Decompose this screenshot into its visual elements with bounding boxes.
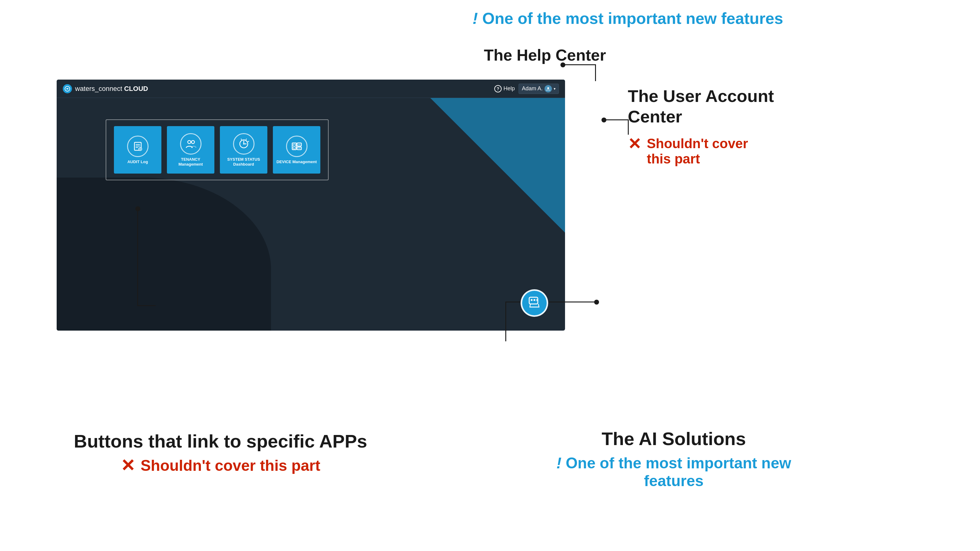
connector-help-h <box>562 64 596 65</box>
help-circle-icon: ? <box>494 85 502 92</box>
bottom-left-annotation: Buttons that link to specific APPs ✕ Sho… <box>67 431 374 475</box>
ai-solutions-label: The AI Solutions <box>536 428 811 449</box>
connector-ai-v <box>505 302 506 341</box>
help-button[interactable]: ? Help <box>494 85 515 92</box>
logo-icon <box>63 84 72 94</box>
help-center-label: The Help Center <box>484 46 606 64</box>
app-links-label: Buttons that link to specific APPs <box>67 431 374 452</box>
x-mark-bottom: ✕ <box>121 457 135 474</box>
svg-rect-14 <box>293 144 296 146</box>
app-tiles-container: AUDIT Log TENANCYManagement <box>106 119 329 180</box>
bottom-right-feature-text: ! One of the most important new features <box>536 454 811 490</box>
connector-tiles-dot <box>135 206 140 211</box>
user-account-label: The User AccountCenter <box>628 86 904 127</box>
device-mgmt-icon <box>286 136 307 157</box>
connector-ai-dot <box>594 300 599 305</box>
shouldnt-cover-right-text: Shouldn't coverthis part <box>647 136 748 167</box>
tile-audit-log[interactable]: AUDIT Log <box>114 126 161 173</box>
ai-solutions-icon <box>527 295 541 311</box>
shouldnt-cover-bottom-container: ✕ Shouldn't cover this part <box>67 457 374 475</box>
audit-log-icon <box>127 136 148 157</box>
shouldnt-cover-right: ✕ Shouldn't coverthis part <box>628 136 904 167</box>
dropdown-arrow-icon: ▾ <box>554 87 555 91</box>
connector-user-h <box>603 119 629 120</box>
top-annotation: ! One of the most important new features <box>414 9 842 27</box>
connector-ai-h <box>505 302 597 302</box>
connector-user-dot <box>601 118 606 122</box>
user-name-label: Adam A. <box>522 86 542 92</box>
audit-log-label: AUDIT Log <box>126 159 149 164</box>
svg-point-9 <box>188 140 191 144</box>
tile-device-mgmt[interactable]: DEVICE Management <box>273 126 320 173</box>
svg-rect-15 <box>293 147 296 149</box>
bottom-exclaim: ! <box>557 454 562 472</box>
connector-user-v <box>628 119 629 135</box>
connector-help-dot <box>560 62 565 67</box>
svg-point-12 <box>243 143 244 144</box>
system-status-icon <box>233 133 255 155</box>
user-account-button[interactable]: Adam A. ▾ <box>519 84 559 94</box>
ai-solutions-button[interactable] <box>520 289 548 317</box>
x-mark-right: ✕ <box>628 136 641 152</box>
bottom-feature-annotation: ! One of the most important new features <box>557 454 791 489</box>
device-mgmt-label: DEVICE Management <box>275 159 318 164</box>
topbar-right: ? Help Adam A. ▾ <box>494 84 559 94</box>
tenancy-icon <box>180 133 202 155</box>
tile-tenancy[interactable]: TENANCYManagement <box>167 126 215 173</box>
tenancy-label: TENANCYManagement <box>177 157 204 167</box>
app-logo-text: waters_connect CLOUD <box>75 85 148 93</box>
user-avatar-icon <box>544 85 552 92</box>
tile-system-status[interactable]: SYSTEM STATUSDashboard <box>220 126 267 173</box>
top-annotation-text: ! One of the most important new features <box>473 10 783 27</box>
connector-help-v <box>595 64 596 81</box>
app-window: waters_connect CLOUD ? Help Adam A. ▾ <box>57 79 565 330</box>
shouldnt-cover-bottom-text: Shouldn't cover this part <box>140 457 320 475</box>
svg-point-22 <box>531 299 533 301</box>
bottom-right-annotation: The AI Solutions ! One of the most impor… <box>536 428 811 490</box>
connector-tiles-h <box>137 305 156 306</box>
system-status-label: SYSTEM STATUSDashboard <box>226 157 261 167</box>
app-topbar: waters_connect CLOUD ? Help Adam A. ▾ <box>57 79 565 98</box>
svg-point-10 <box>191 140 194 144</box>
connector-tiles-v <box>137 208 138 306</box>
exclaim-icon: ! <box>473 10 478 27</box>
svg-point-23 <box>533 299 535 301</box>
bg-dark-shape <box>57 178 271 330</box>
svg-point-1 <box>547 87 549 89</box>
help-label: Help <box>503 86 515 92</box>
app-logo: waters_connect CLOUD <box>63 84 148 94</box>
right-annotations: The User AccountCenter ✕ Shouldn't cover… <box>628 86 904 167</box>
